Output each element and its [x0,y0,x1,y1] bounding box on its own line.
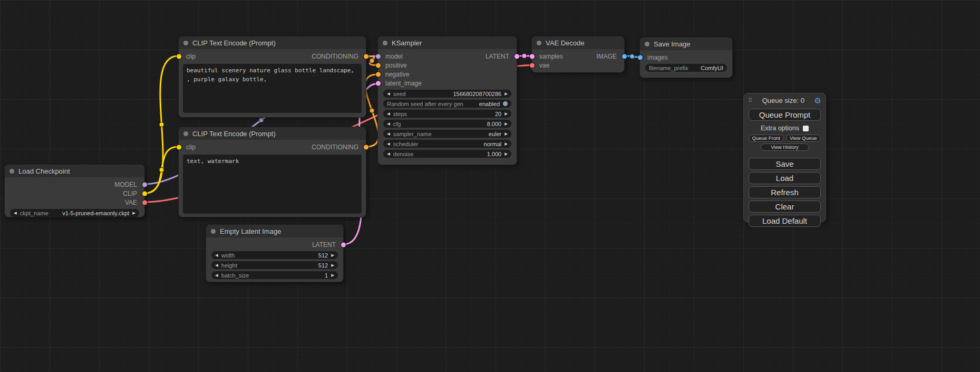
decrement-icon[interactable]: ◀ [387,152,390,156]
decrement-icon[interactable]: ◀ [215,253,218,257]
port-label: images [647,54,668,61]
decrement-icon[interactable]: ◀ [387,122,390,126]
node-title: CLIP Text Encode (Prompt) [192,39,276,47]
clip-input-port[interactable] [177,145,181,149]
seed-widget[interactable]: ◀ seed 156680208700286 ▶ [383,90,511,98]
increment-icon[interactable]: ▶ [504,152,508,156]
view-queue-button[interactable]: View Queue [786,135,821,142]
steps-widget[interactable]: ◀ steps 20 ▶ [383,110,511,118]
node-load-checkpoint[interactable]: Load Checkpoint MODEL CLIP VAE ◀ ckpt_na… [4,164,145,217]
sampler-name-widget[interactable]: ◀ sampler_name euler ▶ [383,130,511,138]
increment-icon[interactable]: ▶ [331,253,334,257]
next-value-icon[interactable]: ▶ [504,142,508,146]
increment-icon[interactable]: ▶ [331,263,334,268]
decrement-icon[interactable]: ◀ [387,112,390,116]
queue-panel[interactable]: ⠿ Queue size: 0 ⚙ Queue Prompt Extra opt… [743,93,826,222]
decrement-icon[interactable]: ◀ [387,92,390,96]
port-label: clip [186,53,196,60]
ckpt-name-widget[interactable]: ◀ ckpt_name v1-5-pruned-emaonly.ckpt ▶ [10,209,139,217]
node-title: Load Checkpoint [18,167,70,175]
clip-output-port[interactable] [142,191,147,196]
random-seed-toggle-widget[interactable]: Random seed after every gen enabled [383,100,511,108]
model-input-port[interactable] [376,54,381,59]
load-default-button[interactable]: Load Default [749,215,821,227]
scheduler-widget[interactable]: ◀ scheduler normal ▶ [383,140,511,148]
denoise-widget[interactable]: ◀ denoise 1.000 ▶ [383,150,511,158]
image-output-port[interactable] [622,54,627,59]
port-label: CONDITIONING [312,144,358,151]
vae-output-port[interactable] [142,200,147,205]
node-graph-canvas[interactable]: Load Checkpoint MODEL CLIP VAE ◀ ckpt_na… [0,0,980,372]
samples-input-port[interactable] [530,54,535,59]
increment-icon[interactable]: ▶ [331,273,334,278]
node-title-bar[interactable]: Empty Latent Image [206,225,343,237]
positive-prompt-textarea[interactable]: beautiful scenery nature glass bottle la… [183,64,362,113]
cfg-widget[interactable]: ◀ cfg 8.000 ▶ [383,120,511,128]
clip-input-port[interactable] [177,54,181,59]
port-label: CONDITIONING [312,53,358,60]
conditioning-output-port[interactable] [364,54,368,59]
increment-icon[interactable]: ▶ [504,112,508,116]
negative-input-port[interactable] [376,72,381,77]
height-widget[interactable]: ◀ height 512 ▶ [211,261,338,269]
collapse-dot-icon[interactable] [9,169,14,174]
node-empty-latent-image[interactable]: Empty Latent Image LATENT ◀ width 512 ▶ … [206,224,344,282]
collapse-dot-icon[interactable] [383,41,387,45]
latent-output-port[interactable] [515,54,519,59]
negative-prompt-textarea[interactable]: text, watermark [183,155,362,214]
latent-output-port[interactable] [341,242,346,247]
node-vae-decode[interactable]: VAE Decode samples IMAGE vae [531,36,625,73]
node-save-image[interactable]: Save Image images filename_prefix ComfyU… [639,37,733,78]
node-title: KSampler [392,39,422,47]
next-value-icon[interactable]: ▶ [504,132,508,136]
collapse-dot-icon[interactable] [645,42,649,46]
link-midpoint-dot [630,54,635,59]
port-label: LATENT [486,53,509,60]
port-label: positive [385,62,407,69]
increment-icon[interactable]: ▶ [504,122,508,126]
increment-icon[interactable]: ▶ [504,92,508,96]
extra-options-label: Extra options [761,125,799,132]
prev-value-icon[interactable]: ◀ [387,142,390,146]
next-value-icon[interactable]: ▶ [132,211,135,215]
latent-image-input-port[interactable] [376,81,381,85]
view-history-button[interactable]: View History [761,144,809,151]
node-clip-text-encode-negative[interactable]: CLIP Text Encode (Prompt) clip CONDITION… [178,127,366,217]
settings-gear-icon[interactable]: ⚙ [814,97,821,104]
node-title-bar[interactable]: Save Image [640,37,732,50]
prev-value-icon[interactable]: ◀ [14,211,17,215]
decrement-icon[interactable]: ◀ [215,273,218,278]
conditioning-output-port[interactable] [364,145,368,149]
prev-value-icon[interactable]: ◀ [387,132,390,136]
collapse-dot-icon[interactable] [183,41,188,45]
node-ksampler[interactable]: KSampler model LATENT positive negative … [377,36,517,165]
refresh-button[interactable]: Refresh [749,186,821,198]
node-title-bar[interactable]: CLIP Text Encode (Prompt) [179,127,366,140]
node-title-bar[interactable]: Load Checkpoint [5,165,144,177]
extra-options-checkbox[interactable] [803,126,809,131]
images-input-port[interactable] [638,55,643,60]
decrement-icon[interactable]: ◀ [215,263,218,268]
clear-button[interactable]: Clear [749,201,821,213]
collapse-dot-icon[interactable] [183,131,188,136]
link-midpoint-dot [370,59,374,63]
node-clip-text-encode-positive[interactable]: CLIP Text Encode (Prompt) clip CONDITION… [178,36,366,118]
save-button[interactable]: Save [749,158,821,170]
node-title: Empty Latent Image [220,227,281,235]
node-title-bar[interactable]: VAE Decode [532,36,624,49]
batch-size-widget[interactable]: ◀ batch_size 1 ▶ [211,271,338,279]
node-title-bar[interactable]: KSampler [378,36,517,49]
drag-handle-icon[interactable]: ⠿ [748,97,752,104]
positive-input-port[interactable] [376,63,381,68]
collapse-dot-icon[interactable] [537,41,541,45]
link-midpoint-dot [259,118,264,122]
load-button[interactable]: Load [749,172,821,184]
queue-prompt-button[interactable]: Queue Prompt [749,109,821,121]
node-title-bar[interactable]: CLIP Text Encode (Prompt) [179,36,366,49]
queue-front-button[interactable]: Queue Front [749,135,784,142]
filename-prefix-widget[interactable]: filename_prefix ComfyUI [645,64,727,72]
width-widget[interactable]: ◀ width 512 ▶ [211,251,338,259]
vae-input-port[interactable] [530,63,535,68]
model-output-port[interactable] [142,182,147,187]
collapse-dot-icon[interactable] [211,229,216,234]
